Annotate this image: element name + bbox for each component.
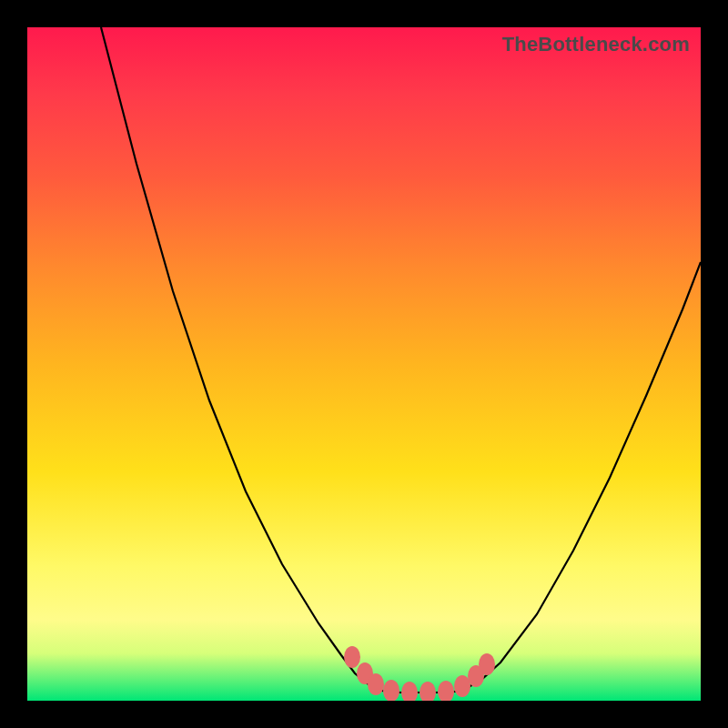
valley-marker bbox=[368, 673, 384, 695]
bottleneck-curve bbox=[101, 27, 701, 693]
valley-marker bbox=[420, 682, 436, 701]
plot-area: TheBottleneck.com bbox=[27, 27, 701, 701]
valley-marker bbox=[344, 646, 360, 668]
valley-marker bbox=[383, 680, 399, 701]
curve-svg bbox=[27, 27, 701, 701]
chart-frame: TheBottleneck.com bbox=[0, 0, 728, 728]
valley-markers bbox=[344, 646, 495, 701]
valley-marker bbox=[401, 682, 418, 701]
valley-marker bbox=[438, 681, 454, 701]
valley-marker bbox=[479, 653, 495, 675]
